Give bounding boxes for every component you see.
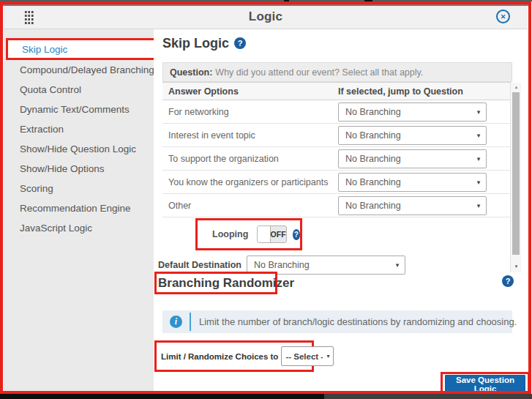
answer-option-label: For networking bbox=[162, 107, 338, 117]
limit-randomize-select[interactable]: -- Select -- ▾ bbox=[281, 346, 334, 366]
jump-select-value: No Branching bbox=[339, 107, 471, 117]
chevron-down-icon: ▾ bbox=[323, 353, 333, 359]
randomizer-info-box: i Limit the number of branch/logic desti… bbox=[162, 310, 512, 333]
sidebar-item-scoring[interactable]: Scoring bbox=[4, 179, 154, 198]
chevron-down-icon: ▾ bbox=[471, 132, 486, 139]
chevron-down-icon: ▾ bbox=[471, 179, 486, 186]
page-behind-artifact bbox=[364, 0, 372, 4]
jump-select-value: No Branching bbox=[339, 154, 471, 164]
sidebar-item-compound-delayed-branching[interactable]: Compound/Delayed Branching bbox=[4, 60, 154, 80]
sidebar-item-javascript-logic[interactable]: JavaScript Logic bbox=[4, 218, 154, 238]
page-behind-edge bbox=[0, 0, 532, 1]
table-scrollbar[interactable]: ▴ ▾ bbox=[510, 83, 521, 272]
looping-toggle[interactable]: OFF bbox=[257, 225, 286, 243]
jump-to-question-select[interactable]: No Branching▾ bbox=[338, 126, 487, 145]
info-divider bbox=[190, 313, 191, 331]
sidebar-item-show-hide-question-logic[interactable]: Show/Hide Question Logic bbox=[4, 139, 154, 159]
chevron-down-icon: ▾ bbox=[390, 261, 405, 269]
sidebar-item-quota-control[interactable]: Quota Control bbox=[4, 80, 154, 100]
jump-to-question-select[interactable]: No Branching▾ bbox=[338, 173, 487, 192]
save-annotation-box: Save Question Logic bbox=[441, 372, 530, 395]
randomizer-help: ? bbox=[502, 275, 514, 288]
modal-top-edge bbox=[3, 4, 529, 6]
default-destination-value: No Branching bbox=[247, 260, 390, 270]
table-row: Interest in event topicNo Branching▾ bbox=[162, 124, 511, 147]
jump-to-question-select[interactable]: No Branching▾ bbox=[338, 102, 487, 122]
randomizer-info-text: Limit the number of branch/logic destina… bbox=[199, 316, 517, 327]
scroll-down-icon[interactable]: ▾ bbox=[511, 262, 522, 271]
scroll-up-icon[interactable]: ▴ bbox=[511, 83, 522, 92]
help-icon[interactable]: ? bbox=[293, 229, 300, 240]
skip-logic-panel: Skip Logic? Question: Why did you attend… bbox=[154, 29, 528, 391]
modal-titlebar: Logic ✕ bbox=[4, 5, 528, 29]
looping-label: Looping bbox=[212, 229, 248, 239]
jump-to-question-select[interactable]: No Branching▾ bbox=[338, 196, 487, 215]
page-behind-artifact bbox=[284, 0, 289, 3]
answer-option-label: You know the organizers or participants bbox=[162, 177, 338, 187]
skip-logic-heading: Skip Logic? bbox=[162, 36, 246, 51]
answer-option-label: Interest in event topic bbox=[162, 130, 338, 141]
jump-select-value: No Branching bbox=[339, 130, 471, 141]
randomizer-heading: Branching Randomizer bbox=[157, 276, 294, 291]
table-row: To support the organizationNo Branching▾ bbox=[162, 147, 511, 171]
info-icon: i bbox=[170, 316, 182, 328]
sidebar-item-skip-logic[interactable]: Skip Logic bbox=[6, 38, 158, 60]
sidebar-list: Skip LogicCompound/Delayed BranchingQuot… bbox=[4, 38, 154, 238]
answer-option-label: Other bbox=[162, 201, 338, 211]
chevron-down-icon: ▾ bbox=[471, 202, 486, 209]
toggle-knob bbox=[258, 226, 270, 242]
logic-sidebar: Skip LogicCompound/Delayed BranchingQuot… bbox=[4, 29, 154, 391]
col-answer-options: Answer Options bbox=[162, 86, 338, 97]
jump-select-value: No Branching bbox=[339, 201, 471, 211]
col-jump-to-question: If selected, jump to Question bbox=[338, 86, 463, 97]
save-question-logic-button[interactable]: Save Question Logic bbox=[445, 375, 525, 392]
chevron-down-icon: ▾ bbox=[471, 155, 486, 163]
limit-randomize-label: Limit / Randomize Choices to bbox=[161, 352, 278, 361]
limit-randomize-value: -- Select -- bbox=[282, 352, 323, 361]
scrollbar-thumb[interactable] bbox=[512, 92, 520, 255]
answer-option-label: To support the organization bbox=[162, 154, 338, 164]
modal-title: Logic bbox=[4, 10, 528, 24]
question-text: Why did you attend our event? Select all… bbox=[215, 67, 423, 78]
logic-modal: Logic ✕ Skip LogicCompound/Delayed Branc… bbox=[0, 0, 532, 399]
toggle-state-label: OFF bbox=[271, 226, 286, 242]
looping-annotation-box: Looping OFF ? bbox=[195, 218, 302, 250]
question-label: Question: bbox=[170, 67, 212, 78]
sidebar-item-dynamic-text-comments[interactable]: Dynamic Text/Comments bbox=[4, 100, 154, 119]
limit-randomize-annotation-box: Limit / Randomize Choices to -- Select -… bbox=[154, 340, 314, 372]
close-icon: ✕ bbox=[501, 13, 506, 20]
options-table-header: Answer Options If selected, jump to Ques… bbox=[162, 82, 511, 100]
sidebar-item-extraction[interactable]: Extraction bbox=[4, 119, 154, 139]
question-summary: Question: Why did you attend our event? … bbox=[162, 62, 512, 82]
options-table-body: For networkingNo Branching▾Interest in e… bbox=[162, 100, 511, 217]
page-behind-bottom bbox=[0, 394, 532, 399]
sidebar-item-show-hide-options[interactable]: Show/Hide Options bbox=[4, 159, 154, 179]
table-row: You know the organizers or participantsN… bbox=[162, 171, 511, 194]
sidebar-item-recommendation-engine[interactable]: Recommendation Engine bbox=[4, 198, 154, 218]
jump-to-question-select[interactable]: No Branching▾ bbox=[338, 149, 487, 168]
help-icon[interactable]: ? bbox=[502, 275, 514, 287]
table-row: For networkingNo Branching▾ bbox=[162, 100, 511, 124]
table-row: OtherNo Branching▾ bbox=[162, 194, 511, 217]
close-button[interactable]: ✕ bbox=[496, 10, 510, 23]
jump-select-value: No Branching bbox=[339, 177, 471, 187]
chevron-down-icon: ▾ bbox=[471, 108, 486, 116]
help-icon[interactable]: ? bbox=[234, 37, 246, 49]
skip-logic-heading-text: Skip Logic bbox=[162, 36, 229, 51]
default-destination-label: Default Destination bbox=[154, 260, 241, 270]
randomizer-heading-annotation-box: Branching Randomizer bbox=[154, 272, 277, 294]
